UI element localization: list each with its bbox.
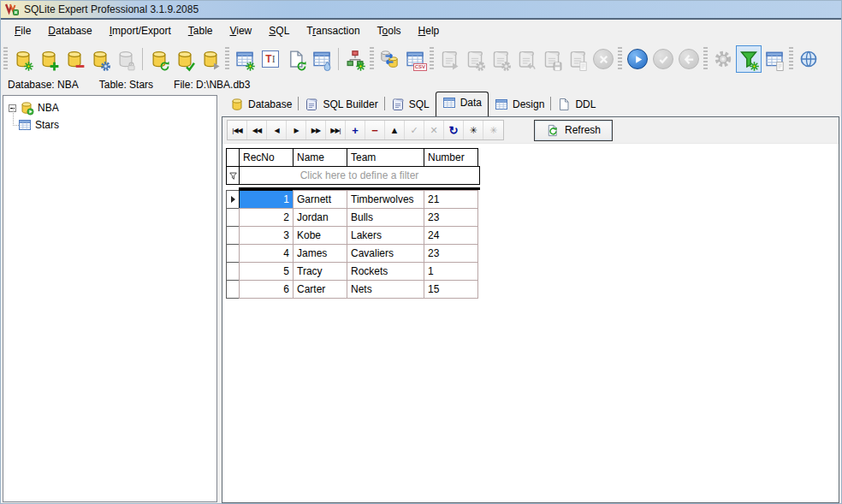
menu-tools[interactable]: Tools — [369, 21, 410, 41]
tree-node-stars[interactable]: Stars — [3, 116, 216, 133]
row-indicator[interactable] — [226, 208, 240, 227]
row-indicator[interactable] — [226, 262, 240, 281]
nav-post-button[interactable]: ✓ — [405, 121, 424, 139]
column-header-team[interactable]: Team — [347, 148, 424, 167]
menu-help[interactable]: Help — [410, 21, 448, 41]
export-csv-button[interactable]: CSV — [402, 45, 428, 73]
filter-prompt[interactable]: Click here to define a filter — [239, 166, 480, 185]
column-header-name[interactable]: Name — [293, 148, 347, 167]
tab-ddl[interactable]: DDL — [551, 94, 602, 116]
about-button[interactable] — [796, 45, 821, 73]
cell-number[interactable]: 23 — [424, 208, 478, 227]
tab-data[interactable]: Data — [436, 92, 489, 116]
cell-recno[interactable]: 5 — [239, 262, 294, 281]
toolbar-gripper[interactable] — [430, 47, 434, 71]
undo-script-button[interactable] — [513, 45, 539, 73]
cell-team[interactable]: Bulls — [347, 208, 424, 227]
nav-edit-button[interactable]: ▲ — [385, 121, 405, 139]
commit-transaction-button[interactable] — [650, 45, 676, 73]
tab-database[interactable]: Database — [224, 94, 298, 116]
cell-number[interactable]: 1 — [424, 262, 478, 281]
rollback-transaction-button[interactable] — [676, 45, 702, 73]
run-script-button[interactable] — [436, 45, 462, 73]
stop-button[interactable] — [590, 45, 616, 73]
cell-number[interactable]: 24 — [424, 226, 478, 245]
row-indicator[interactable] — [226, 226, 240, 245]
new-view-button[interactable] — [342, 45, 368, 73]
edit-table-data-button[interactable] — [309, 45, 335, 73]
toolbar-gripper[interactable] — [370, 47, 374, 71]
row-indicator[interactable] — [226, 190, 240, 209]
refresh-database-button[interactable] — [146, 45, 172, 73]
refresh-button[interactable]: Refresh — [534, 120, 613, 141]
column-header-number[interactable]: Number — [424, 148, 478, 167]
cell-number[interactable]: 23 — [424, 244, 478, 263]
nav-first-button[interactable]: |◀◀ — [228, 121, 247, 139]
cell-name[interactable]: Tracy — [293, 262, 347, 281]
toolbar-gripper[interactable] — [225, 47, 229, 71]
cell-name[interactable]: Jordan — [293, 208, 347, 227]
menu-file[interactable]: File — [6, 21, 39, 41]
detach-database-button[interactable] — [62, 45, 87, 73]
cell-recno[interactable]: 4 — [239, 244, 294, 263]
menu-table[interactable]: Table — [180, 21, 222, 41]
cell-name[interactable]: James — [293, 244, 347, 263]
options-button[interactable] — [710, 45, 736, 73]
row-indicator[interactable] — [226, 280, 240, 299]
row-indicator[interactable] — [226, 244, 240, 263]
nav-next-button[interactable]: ▶ — [287, 121, 306, 139]
nav-bookmark-button[interactable]: ✳ — [464, 121, 483, 139]
nav-refresh-button[interactable]: ↻ — [444, 121, 464, 139]
cell-recno[interactable]: 2 — [239, 208, 294, 227]
run-script-options-button[interactable] — [488, 45, 513, 73]
cell-recno[interactable]: 1 — [239, 190, 294, 209]
cell-name[interactable]: Carter — [293, 280, 347, 299]
new-script-button[interactable] — [565, 45, 590, 73]
toolbar-gripper[interactable] — [789, 47, 793, 71]
menu-transaction[interactable]: Transaction — [298, 21, 368, 41]
save-script-button[interactable] — [539, 45, 565, 73]
tab-sql[interactable]: SQL — [385, 94, 436, 116]
cell-team[interactable]: Lakers — [347, 226, 424, 245]
cell-number[interactable]: 15 — [424, 280, 478, 299]
script-options-button[interactable] — [462, 45, 488, 73]
tree-node-nba[interactable]: NBA — [3, 99, 216, 116]
nav-last-button[interactable]: ▶▶| — [326, 121, 346, 139]
nav-next-page-button[interactable]: ▶▶ — [306, 121, 326, 139]
toolbar-gripper[interactable] — [3, 47, 8, 71]
execute-sql-button[interactable] — [625, 45, 650, 73]
menu-database[interactable]: Database — [39, 21, 100, 41]
vacuum-database-button[interactable] — [198, 45, 223, 73]
reindex-table-button[interactable] — [283, 45, 309, 73]
menu-view[interactable]: View — [221, 21, 260, 41]
encrypt-database-button[interactable] — [113, 45, 139, 73]
toolbar-gripper[interactable] — [618, 47, 622, 71]
new-database-button[interactable] — [10, 45, 36, 73]
cell-name[interactable]: Kobe — [293, 226, 347, 245]
new-table-button[interactable] — [232, 45, 258, 73]
cell-team[interactable]: Timberwolves — [347, 190, 424, 209]
cell-name[interactable]: Garnett — [293, 190, 347, 209]
nav-delete-button[interactable]: − — [365, 121, 385, 139]
copy-database-button[interactable] — [377, 45, 402, 73]
nav-goto-bookmark-button[interactable]: ✳ — [483, 121, 503, 139]
nav-prior-button[interactable]: ◀ — [267, 121, 287, 139]
tab-design[interactable]: Design — [489, 94, 550, 116]
add-database-button[interactable] — [36, 45, 62, 73]
tab-sql-builder[interactable]: SQL Builder — [299, 94, 383, 116]
check-database-button[interactable] — [172, 45, 198, 73]
menu-sql[interactable]: SQL — [260, 21, 298, 41]
column-header-recno[interactable]: RecNo — [239, 148, 294, 167]
nav-cancel-button[interactable]: ✕ — [424, 121, 444, 139]
cell-number[interactable]: 21 — [424, 190, 478, 209]
grid-properties-button[interactable] — [762, 45, 787, 73]
cell-recno[interactable]: 3 — [239, 226, 294, 245]
nav-prior-page-button[interactable]: ◀◀ — [247, 121, 267, 139]
filter-button[interactable] — [736, 45, 762, 73]
toolbar-gripper[interactable] — [703, 47, 708, 71]
database-properties-button[interactable] — [87, 45, 113, 73]
cell-team[interactable]: Cavaliers — [347, 244, 424, 263]
cell-recno[interactable]: 6 — [239, 280, 294, 299]
rename-table-button[interactable]: TI — [258, 45, 283, 73]
menu-import-export[interactable]: Import/Export — [101, 21, 180, 41]
